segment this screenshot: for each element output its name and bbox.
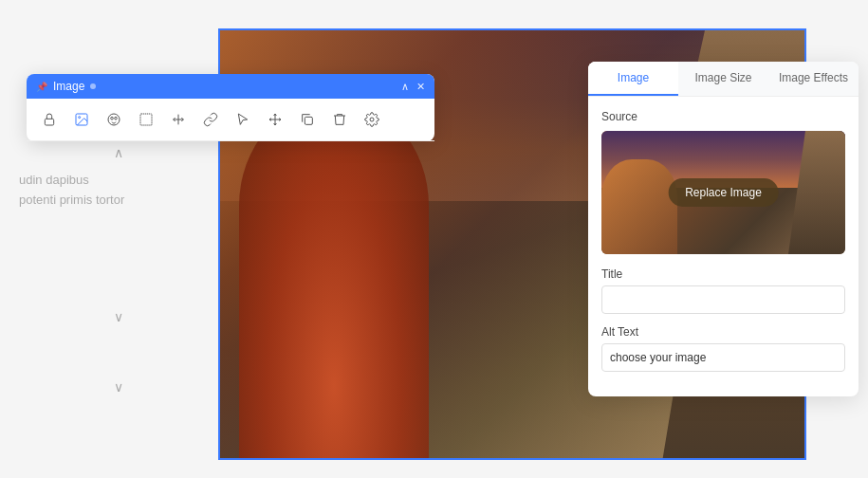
image-icon [74,112,89,127]
panel-tabs: Image Image Size Image Effects [588,62,859,97]
chevron-down-icon-2[interactable]: ∨ [114,379,123,395]
source-label: Source [601,110,845,123]
toolbar-dot [90,83,96,89]
panel-body: Source Replace Image Title Alt Text [588,97,859,396]
duplicate-icon-btn[interactable] [292,104,323,135]
source-section: Source Replace Image [601,110,845,254]
transform-icon [171,112,186,127]
alt-text-field: Alt Text [601,325,845,372]
pin-icon: 📌 [36,82,47,92]
svg-point-5 [115,117,118,120]
style-icon [106,112,121,127]
svg-rect-6 [140,114,152,125]
alt-text-input[interactable] [601,343,845,372]
duplicate-icon [300,112,315,127]
image-icon-btn[interactable] [66,104,97,135]
close-button[interactable]: ✕ [416,81,425,93]
toolbar-header: 📌 Image ∧ ✕ [27,74,434,99]
lock-icon-btn[interactable] [34,104,65,135]
text-line-2: potenti primis tortor [19,191,124,211]
tab-image-effects[interactable]: Image Effects [768,62,859,96]
image-toolbar: 📌 Image ∧ ✕ [27,74,434,141]
toolbar-controls: ∧ ✕ [401,81,425,93]
resize-icon-btn[interactable] [131,104,161,135]
settings-icon [364,112,379,127]
right-panel: Image Image Size Image Effects Source Re… [588,62,859,396]
toolbar-icons-row [27,99,434,141]
toolbar-title-text: Image [53,80,84,93]
svg-point-8 [370,118,374,121]
image-thumbnail: Replace Image [601,131,845,254]
toolbar-title-area: 📌 Image [36,80,96,93]
text-line-1: udin dapibus [19,171,124,191]
replace-image-button[interactable]: Replace Image [668,178,779,207]
cursor-icon-btn[interactable] [228,104,258,135]
alt-text-label: Alt Text [601,325,845,339]
style-icon-btn[interactable] [99,104,129,135]
title-field: Title [601,267,845,314]
title-label: Title [601,267,845,281]
svg-point-4 [111,117,114,120]
move-icon [268,112,283,127]
transform-icon-btn[interactable] [163,104,194,135]
figure-silhouette [239,98,429,458]
svg-rect-0 [45,119,53,125]
settings-icon-btn[interactable] [357,104,387,135]
chevron-down-icon-1[interactable]: ∨ [114,309,123,324]
thumb-figure [601,159,677,254]
left-content: udin dapibus potenti primis tortor [19,171,124,211]
resize-icon [139,112,154,127]
cursor-icon [235,112,250,127]
chevron-up-icon[interactable]: ∧ [114,145,123,160]
delete-icon-btn[interactable] [324,104,355,135]
lock-icon [42,112,57,127]
title-input[interactable] [601,285,845,314]
link-icon [203,112,218,127]
tab-image[interactable]: Image [588,62,678,96]
tab-image-size[interactable]: Image Size [678,62,768,96]
svg-point-2 [79,117,81,119]
minimize-button[interactable]: ∧ [401,81,409,93]
link-icon-btn[interactable] [195,104,226,135]
delete-icon [332,112,347,127]
svg-rect-7 [305,117,312,124]
move-icon-btn[interactable] [260,104,290,135]
